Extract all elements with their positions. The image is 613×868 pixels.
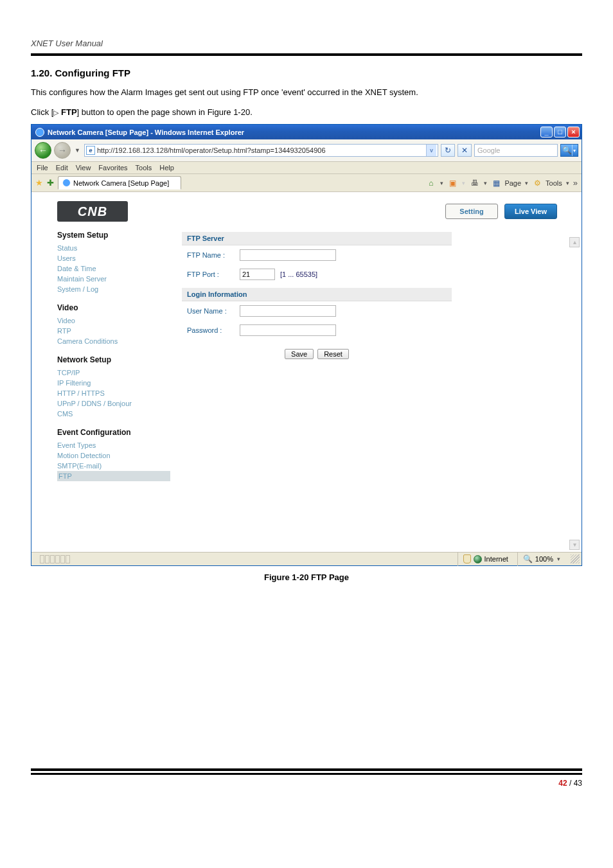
- status-bar: Internet 🔍 100% ▾: [31, 552, 582, 565]
- home-icon[interactable]: ⌂: [425, 177, 436, 188]
- ie-window: Network Camera [Setup Page] - Windows In…: [31, 124, 582, 566]
- footer-rule-2: [31, 773, 582, 775]
- security-icon[interactable]: [463, 554, 471, 563]
- refresh-button[interactable]: ↻: [441, 144, 455, 157]
- step-suffix: ] button to open the page shown in Figur…: [77, 107, 253, 117]
- status-zone: Internet: [484, 555, 508, 563]
- page-menu-icon[interactable]: ▦: [491, 177, 502, 188]
- sidebar-item-eventtypes[interactable]: Event Types: [57, 440, 170, 450]
- ie-icon: [35, 128, 44, 137]
- label-ftp-port: FTP Port :: [187, 270, 235, 278]
- address-dropdown[interactable]: v: [426, 145, 436, 156]
- maximize-button[interactable]: □: [554, 127, 566, 137]
- sidebar-item-upnp[interactable]: UPnP / DDNS / Bonjour: [57, 398, 170, 409]
- menu-edit[interactable]: Edit: [56, 164, 68, 172]
- save-button[interactable]: Save: [285, 349, 314, 359]
- menu-help[interactable]: Help: [159, 164, 174, 172]
- sidebar-head-video: Video: [57, 303, 170, 312]
- menu-view[interactable]: View: [76, 164, 91, 172]
- figure-caption: Figure 1-20 FTP Page: [31, 572, 582, 582]
- close-button[interactable]: ×: [567, 127, 580, 137]
- input-ftp-port[interactable]: [240, 269, 275, 280]
- page-sep: /: [567, 779, 574, 788]
- footer: 42 / 43: [31, 768, 582, 788]
- scroll-down-button[interactable]: ▾: [569, 540, 580, 550]
- zoom-level: 100%: [535, 555, 553, 563]
- sidebar-item-ipfilter[interactable]: IP Filtering: [57, 378, 170, 388]
- triangle-icon: ▷: [53, 106, 58, 120]
- feed-icon[interactable]: ▣: [447, 177, 458, 188]
- header-rule: [31, 53, 582, 56]
- live-view-button[interactable]: Live View: [504, 204, 557, 219]
- section-title: 1.20. Configuring FTP: [31, 67, 582, 78]
- sidebar-item-rtp[interactable]: RTP: [57, 326, 170, 336]
- sidebar-item-tcpip[interactable]: TCP/IP: [57, 368, 170, 378]
- page-current: 42: [558, 779, 567, 788]
- setting-button[interactable]: Setting: [445, 204, 498, 219]
- step-text: Click [▷ FTP] button to open the page sh…: [31, 105, 582, 121]
- page-content: ▴ ▾ CNB Setting Live View System Setup S…: [31, 192, 582, 552]
- input-user-name[interactable]: [240, 305, 336, 317]
- sidebar-item-smtp[interactable]: SMTP(E-mail): [57, 461, 170, 471]
- globe-icon: [474, 555, 482, 563]
- label-ftp-name: FTP Name :: [187, 251, 235, 259]
- print-icon[interactable]: 🖶: [469, 177, 480, 188]
- section-login-info: Login Information: [182, 288, 452, 301]
- history-dropdown[interactable]: ▼: [73, 147, 82, 154]
- tools-menu-label[interactable]: Tools: [546, 179, 562, 187]
- page-menu-label[interactable]: Page: [504, 179, 521, 187]
- doc-header: XNET User Manual: [31, 39, 582, 48]
- input-ftp-name[interactable]: [240, 249, 336, 261]
- address-url: http://192.168.123.128/html/operator/Set…: [97, 146, 426, 154]
- zoom-icon[interactable]: 🔍: [523, 554, 533, 563]
- sidebar-item-status[interactable]: Status: [57, 243, 170, 253]
- resize-grip[interactable]: [571, 554, 580, 563]
- app-logo: CNB: [57, 201, 128, 222]
- intro-text: This configures how the Alarm Images get…: [31, 85, 582, 101]
- scroll-up-button[interactable]: ▴: [569, 237, 580, 247]
- sidebar-item-motion[interactable]: Motion Detection: [57, 450, 170, 461]
- menu-tools[interactable]: Tools: [136, 164, 152, 172]
- input-password[interactable]: [240, 324, 336, 336]
- back-button[interactable]: ←: [35, 142, 51, 159]
- forward-button[interactable]: →: [54, 142, 71, 159]
- label-user-name: User Name :: [187, 307, 235, 315]
- tab-icon: [62, 179, 71, 187]
- reset-button[interactable]: Reset: [317, 349, 349, 359]
- sidebar-item-video[interactable]: Video: [57, 315, 170, 326]
- zoom-dropdown[interactable]: ▾: [556, 556, 562, 562]
- stop-button[interactable]: ✕: [458, 144, 472, 157]
- section-ftp-server: FTP Server: [182, 232, 452, 245]
- favorites-center-icon[interactable]: ★: [35, 178, 43, 188]
- tools-menu-icon[interactable]: ⚙: [532, 177, 543, 188]
- sidebar-item-maintain[interactable]: Maintain Server: [57, 274, 170, 284]
- add-favorite-icon[interactable]: ✚: [47, 178, 54, 188]
- menu-favorites[interactable]: Favorites: [98, 164, 127, 172]
- overflow-icon[interactable]: »: [573, 178, 578, 188]
- address-bar[interactable]: e http://192.168.123.128/html/operator/S…: [84, 144, 438, 157]
- page-icon: e: [86, 146, 95, 155]
- sidebar-item-http[interactable]: HTTP / HTTPS: [57, 388, 170, 398]
- step-btn: FTP: [61, 107, 77, 117]
- label-password: Password :: [187, 326, 235, 334]
- sidebar-head-network: Network Setup: [57, 355, 170, 364]
- sidebar-item-cms[interactable]: CMS: [57, 409, 170, 419]
- sidebar-item-datetime[interactable]: Date & Time: [57, 263, 170, 274]
- menu-file[interactable]: File: [37, 164, 48, 172]
- minimize-button[interactable]: _: [540, 127, 553, 137]
- window-titlebar: Network Camera [Setup Page] - Windows In…: [31, 125, 582, 139]
- progress-indicator: [40, 555, 70, 563]
- sidebar-item-users[interactable]: Users: [57, 253, 170, 263]
- browser-tab[interactable]: Network Camera [Setup Page]: [58, 176, 181, 190]
- search-button[interactable]: 🔍▾: [560, 144, 578, 157]
- search-input[interactable]: Google: [474, 144, 558, 157]
- sidebar: System Setup Status Users Date & Time Ma…: [57, 231, 170, 490]
- sidebar-head-event: Event Configuration: [57, 428, 170, 437]
- footer-rule-1: [31, 768, 582, 771]
- sidebar-item-camera[interactable]: Camera Conditions: [57, 336, 170, 346]
- sidebar-item-syslog[interactable]: System / Log: [57, 284, 170, 294]
- sidebar-item-ftp[interactable]: FTP: [57, 471, 170, 481]
- sidebar-head-system: System Setup: [57, 231, 170, 240]
- menu-bar: File Edit View Favorites Tools Help: [31, 162, 582, 174]
- nav-row: ← → ▼ e http://192.168.123.128/html/oper…: [31, 139, 582, 162]
